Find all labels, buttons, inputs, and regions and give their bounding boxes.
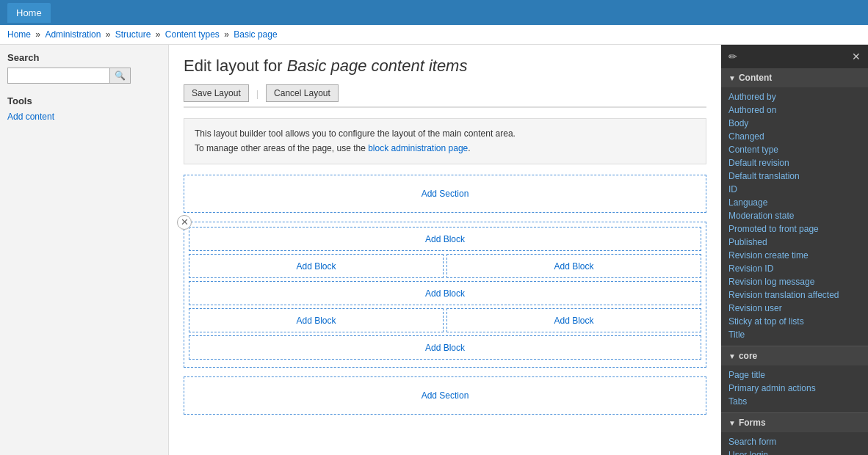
breadcrumb-content-types[interactable]: Content types	[165, 29, 220, 40]
panel-group-header-2[interactable]: ▼ Forms	[721, 413, 868, 432]
panel-item-2-1[interactable]: User login	[728, 448, 861, 455]
info-line2: To manage other areas of the page, use t…	[195, 141, 695, 156]
add-block-left-1-link[interactable]: Add Block	[296, 261, 336, 272]
panel-item-2-0[interactable]: Search form	[728, 435, 861, 448]
info-box: This layout builder tool allows you to c…	[184, 118, 706, 164]
add-block-cell-left-2: Add Block	[189, 308, 444, 332]
panel-item-1-0[interactable]: Page title	[728, 368, 861, 382]
breadcrumb-structure[interactable]: Structure	[115, 29, 151, 40]
search-button[interactable]: 🔍	[110, 68, 131, 84]
panel-item-0-9[interactable]: Moderation state	[728, 209, 861, 222]
remove-section-button[interactable]: ✕	[177, 215, 192, 230]
block-admin-link[interactable]: block administration page	[368, 143, 468, 153]
add-block-top-link[interactable]: Add Block	[425, 234, 465, 244]
panel-item-0-13[interactable]: Revision ID	[728, 262, 861, 275]
action-buttons: Save Layout | Cancel Layout	[184, 84, 706, 108]
save-layout-button[interactable]: Save Layout	[184, 84, 249, 102]
search-section-title: Search	[7, 52, 161, 63]
panel-item-0-1[interactable]: Authored on	[728, 103, 861, 117]
panel-item-0-4[interactable]: Content type	[728, 143, 861, 156]
page-title: Edit layout for Basic page content items	[184, 57, 706, 76]
panel-item-1-2[interactable]: Tabs	[728, 395, 861, 408]
panel-group-0: ▼ ContentAuthored byAuthored onBodyChang…	[721, 68, 868, 346]
home-tab[interactable]: Home	[7, 3, 51, 23]
breadcrumb-home[interactable]: Home	[7, 29, 31, 40]
add-block-right-1-link[interactable]: Add Block	[554, 261, 593, 272]
panel-item-0-14[interactable]: Revision log message	[728, 275, 861, 288]
top-nav-bar: Home	[0, 0, 868, 25]
panel-groups-container: ▼ ContentAuthored byAuthored onBodyChang…	[721, 68, 868, 455]
panel-item-0-11[interactable]: Published	[728, 236, 861, 249]
panel-item-0-10[interactable]: Promoted to front page	[728, 222, 861, 236]
search-input[interactable]	[7, 68, 110, 84]
panel-item-0-6[interactable]: Default translation	[728, 170, 861, 183]
add-section-area-2: Add Section	[184, 376, 706, 415]
arrow-icon: ▼	[728, 74, 736, 82]
add-block-cell-left-1: Add Block	[189, 254, 444, 278]
panel-group-items-0: Authored byAuthored onBodyChangedContent…	[721, 87, 868, 346]
add-section-button-1[interactable]: Add Section	[192, 183, 698, 205]
panel-group-header-0[interactable]: ▼ Content	[721, 68, 868, 87]
panel-group-items-2: Search formUser login	[721, 432, 868, 455]
add-block-row-mid: Add Block	[189, 281, 701, 305]
panel-item-0-16[interactable]: Revision user	[728, 302, 861, 315]
panel-item-0-12[interactable]: Revision create time	[728, 249, 861, 262]
panel-item-0-18[interactable]: Title	[728, 328, 861, 341]
right-panel: ✏ ✕ ▼ ContentAuthored byAuthored onBodyC…	[721, 45, 868, 455]
panel-group-2: ▼ FormsSearch formUser login	[721, 413, 868, 455]
two-col-row-2: Add Block Add Block	[189, 308, 701, 332]
add-block-cell-right-1: Add Block	[446, 254, 701, 278]
close-panel-button[interactable]: ✕	[852, 51, 861, 62]
add-block-cell-right-2: Add Block	[446, 308, 701, 332]
panel-item-0-2[interactable]: Body	[728, 117, 861, 130]
two-col-row-1: Add Block Add Block	[189, 254, 701, 278]
arrow-icon: ▼	[728, 419, 736, 427]
add-content-link[interactable]: Add content	[7, 112, 54, 122]
add-block-row-top: Add Block	[189, 227, 701, 251]
panel-group-header-1[interactable]: ▼ core	[721, 346, 868, 365]
content-area: Edit layout for Basic page content items…	[169, 45, 721, 455]
cancel-layout-button[interactable]: Cancel Layout	[266, 84, 339, 102]
layout-block-section: ✕ Add Block Add Block Add Block Add Bloc…	[184, 222, 706, 368]
pencil-icon: ✏	[728, 51, 737, 62]
breadcrumb: Home » Administration » Structure » Cont…	[0, 25, 868, 45]
panel-item-0-15[interactable]: Revision translation affected	[728, 288, 861, 302]
panel-item-0-8[interactable]: Language	[728, 196, 861, 209]
panel-item-1-1[interactable]: Primary admin actions	[728, 382, 861, 395]
info-line1: This layout builder tool allows you to c…	[195, 126, 695, 141]
add-block-row-bottom: Add Block	[189, 335, 701, 360]
panel-item-0-0[interactable]: Authored by	[728, 90, 861, 103]
breadcrumb-basic-page[interactable]: Basic page	[234, 29, 277, 40]
add-block-mid-link[interactable]: Add Block	[425, 288, 465, 299]
main-container: Search 🔍 Tools Add content Edit layout f…	[0, 45, 868, 455]
add-section-button-2[interactable]: Add Section	[192, 385, 698, 407]
panel-item-0-17[interactable]: Sticky at top of lists	[728, 315, 861, 328]
add-block-right-2-link[interactable]: Add Block	[554, 316, 593, 326]
panel-item-0-3[interactable]: Changed	[728, 130, 861, 143]
panel-item-0-5[interactable]: Default revision	[728, 156, 861, 170]
panel-item-0-7[interactable]: ID	[728, 183, 861, 196]
panel-group-items-1: Page titlePrimary admin actionsTabs	[721, 365, 868, 412]
tools-title: Tools	[7, 95, 161, 106]
add-block-left-2-link[interactable]: Add Block	[296, 316, 336, 326]
arrow-icon: ▼	[728, 352, 736, 360]
right-panel-header: ✏ ✕	[721, 45, 868, 68]
sidebar-left: Search 🔍 Tools Add content	[0, 45, 169, 455]
add-block-bottom-link[interactable]: Add Block	[425, 343, 465, 353]
tools-section: Tools Add content	[7, 95, 161, 122]
breadcrumb-admin[interactable]: Administration	[45, 29, 101, 40]
search-box: 🔍	[7, 68, 161, 84]
add-section-area-1: Add Section	[184, 175, 706, 213]
panel-group-1: ▼ corePage titlePrimary admin actionsTab…	[721, 346, 868, 413]
